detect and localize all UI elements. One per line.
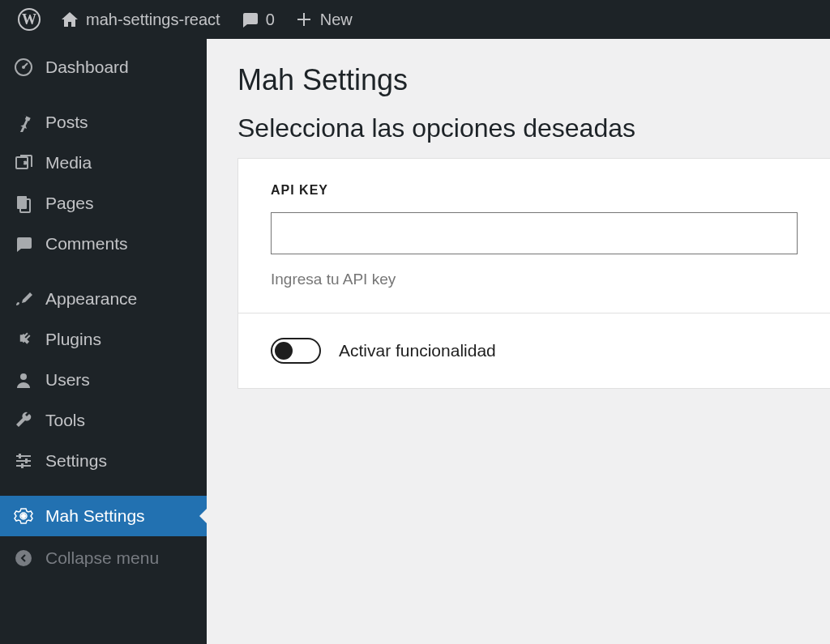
collapse-label: Collapse menu bbox=[45, 548, 159, 568]
sliders-icon bbox=[13, 450, 34, 471]
admin-top-bar: W mah-settings-react 0 New bbox=[0, 0, 830, 39]
sidebar-label: Dashboard bbox=[45, 58, 129, 77]
api-key-section: API KEY Ingresa tu API key bbox=[238, 159, 830, 313]
home-icon bbox=[60, 10, 79, 29]
plus-icon bbox=[294, 10, 314, 29]
comments-link[interactable]: 0 bbox=[230, 0, 285, 39]
comment-icon bbox=[240, 10, 259, 29]
sidebar-label: Pages bbox=[45, 194, 94, 213]
sidebar-item-pages[interactable]: Pages bbox=[0, 183, 207, 224]
svg-rect-10 bbox=[25, 458, 28, 463]
sidebar-item-dashboard[interactable]: Dashboard bbox=[0, 47, 207, 87]
svg-point-6 bbox=[20, 373, 27, 380]
page-subtitle: Selecciona las opciones deseadas bbox=[237, 113, 830, 143]
toggle-label: Activar funcionalidad bbox=[339, 341, 496, 360]
site-home-link[interactable]: mah-settings-react bbox=[50, 0, 230, 39]
site-name-label: mah-settings-react bbox=[86, 11, 220, 29]
dashboard-icon bbox=[13, 57, 34, 78]
sidebar-label: Comments bbox=[45, 234, 128, 254]
brush-icon bbox=[13, 288, 34, 309]
svg-rect-8 bbox=[19, 454, 21, 458]
sidebar-item-settings[interactable]: Settings bbox=[0, 441, 207, 481]
api-key-help-text: Ingresa tu API key bbox=[271, 271, 798, 288]
feature-toggle[interactable] bbox=[271, 338, 321, 364]
sidebar-item-media[interactable]: Media bbox=[0, 143, 207, 183]
sidebar-item-mah-settings[interactable]: Mah Settings bbox=[0, 496, 207, 536]
settings-panel: API KEY Ingresa tu API key Activar funci… bbox=[237, 158, 830, 389]
toggle-knob bbox=[275, 342, 293, 360]
comment-icon bbox=[13, 233, 34, 254]
sidebar-label: Media bbox=[45, 153, 92, 173]
svg-rect-7 bbox=[16, 455, 31, 457]
page-title: Mah Settings bbox=[237, 63, 830, 97]
wp-logo-menu[interactable]: W bbox=[8, 0, 50, 39]
sidebar-item-appearance[interactable]: Appearance bbox=[0, 279, 207, 319]
svg-rect-12 bbox=[21, 463, 24, 468]
admin-sidebar: Dashboard Posts Media Pages Commen bbox=[0, 39, 207, 644]
sidebar-label: Settings bbox=[45, 451, 107, 471]
svg-point-13 bbox=[21, 514, 26, 518]
sidebar-item-comments[interactable]: Comments bbox=[0, 224, 207, 264]
sidebar-label: Appearance bbox=[45, 289, 137, 309]
svg-point-14 bbox=[15, 550, 32, 566]
wordpress-logo-icon: W bbox=[18, 8, 41, 31]
sidebar-item-plugins[interactable]: Plugins bbox=[0, 319, 207, 360]
api-key-input[interactable] bbox=[271, 212, 798, 254]
svg-rect-9 bbox=[16, 460, 31, 462]
svg-point-1 bbox=[22, 66, 25, 69]
sidebar-label: Plugins bbox=[45, 330, 101, 349]
pages-icon bbox=[13, 193, 34, 214]
pin-icon bbox=[13, 112, 34, 133]
collapse-menu-button[interactable]: Collapse menu bbox=[0, 536, 207, 580]
collapse-icon bbox=[13, 548, 34, 569]
svg-rect-4 bbox=[17, 196, 27, 209]
comments-count: 0 bbox=[266, 11, 275, 29]
main-content: Mah Settings Selecciona las opciones des… bbox=[207, 39, 830, 644]
user-icon bbox=[13, 369, 34, 390]
toggle-section: Activar funcionalidad bbox=[238, 313, 830, 388]
sidebar-item-posts[interactable]: Posts bbox=[0, 102, 207, 143]
sidebar-label: Tools bbox=[45, 411, 85, 430]
sidebar-label: Users bbox=[45, 370, 90, 390]
api-key-label: API KEY bbox=[271, 183, 798, 198]
gear-icon bbox=[13, 505, 34, 527]
sidebar-item-users[interactable]: Users bbox=[0, 360, 207, 400]
media-icon bbox=[13, 152, 34, 173]
new-label: New bbox=[320, 11, 353, 29]
wrench-icon bbox=[13, 410, 34, 431]
sidebar-label: Posts bbox=[45, 113, 88, 132]
new-content-link[interactable]: New bbox=[285, 0, 362, 39]
sidebar-label: Mah Settings bbox=[45, 506, 145, 526]
plug-icon bbox=[13, 329, 34, 350]
sidebar-item-tools[interactable]: Tools bbox=[0, 400, 207, 441]
